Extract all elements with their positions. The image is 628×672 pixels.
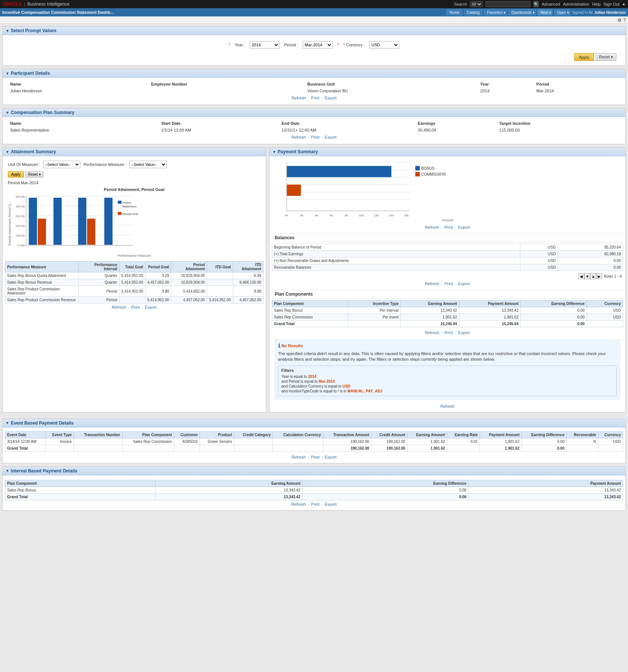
search-button[interactable]: 🔍 [533, 1, 539, 7]
search-scope-select[interactable]: All [470, 1, 483, 7]
no-results-refresh-link[interactable]: Refresh [440, 404, 455, 409]
plan-comp-links: Refresh - Print - Export [272, 329, 623, 336]
next-page-btn[interactable]: ▶ [596, 273, 602, 279]
top-nav-left: ORACLE | Business Intelligence [3, 1, 70, 7]
attainment-refresh-link[interactable]: Refresh [112, 305, 126, 309]
unit-measure-select[interactable]: --Select Value-- [43, 161, 80, 168]
event-based-title: Event Based Payment Details [11, 420, 74, 426]
col-year: Year [477, 81, 533, 87]
next-btn[interactable]: ▲ [590, 273, 596, 279]
attainment-filter-row: Unit Of Measure : --Select Value-- Perfo… [5, 158, 264, 170]
comp-export-link[interactable]: Export [324, 135, 336, 139]
attainment-header: ▼ Attainment Summary [3, 148, 266, 156]
toolbar-row: ⚙ ? [0, 16, 628, 24]
search-input[interactable] [486, 1, 530, 7]
plan-comp-export-link[interactable]: Export [458, 330, 470, 335]
attainment-export-link[interactable]: Export [145, 305, 157, 309]
participant-export-link[interactable]: Export [324, 96, 336, 100]
help-icon[interactable]: ? [623, 18, 626, 23]
collapse-icon-event[interactable]: ▼ [6, 421, 9, 425]
svg-rect-16 [87, 219, 95, 245]
home-button[interactable]: Home [446, 9, 462, 15]
catalog-button[interactable]: Catalog [464, 9, 483, 15]
plan-comp-print-link[interactable]: Print [444, 330, 453, 335]
compensation-plan-panel: ▼ Compensation Plan Summary Name Start D… [2, 108, 626, 144]
svg-text:400.0K: 400.0K [16, 205, 25, 208]
interval-export-link[interactable]: Export [324, 502, 336, 506]
prompt-actions: Apply Reset ▾ [7, 52, 621, 62]
comp-refresh-link[interactable]: Refresh [292, 135, 306, 139]
new-button[interactable]: New ▾ [538, 9, 552, 15]
prev-page-btn[interactable]: ◀ [578, 273, 584, 279]
participant-print-link[interactable]: Print [311, 96, 320, 100]
prompt-reset-button[interactable]: Reset ▾ [595, 53, 616, 61]
payment-chart-links: Refresh - Print - Export [272, 224, 623, 231]
balances-print-link[interactable]: Print [444, 281, 453, 286]
collapse-icon-participant[interactable]: ▼ [6, 71, 9, 75]
att-col-period-att: Period Attainment [171, 262, 207, 272]
event-export-link[interactable]: Export [324, 455, 336, 459]
period-select[interactable]: Mar-2014 [303, 41, 333, 49]
help-link[interactable]: Help [592, 2, 601, 6]
collapse-icon-interval[interactable]: ▼ [6, 469, 9, 473]
comp-col-earnings: Earnings [415, 120, 496, 127]
interval-refresh-link[interactable]: Refresh [292, 502, 306, 506]
balances-pagination: ◀ ▼ ▲ ▶ Rows 1 - 4 [272, 272, 623, 280]
prompt-apply-button[interactable]: Apply [574, 53, 594, 61]
svg-rect-20 [118, 201, 121, 204]
collapse-icon-attainment[interactable]: ▼ [6, 150, 9, 154]
payment-export-link[interactable]: Export [458, 225, 470, 229]
plan-comp-refresh-link[interactable]: Refresh [425, 330, 440, 335]
balances-export-link[interactable]: Export [458, 281, 470, 286]
year-select[interactable]: 2014 [250, 41, 280, 49]
balances-refresh-link[interactable]: Refresh [425, 281, 440, 286]
attainment-print-link[interactable]: Print [131, 305, 140, 309]
comp-start-date: 1/1/14 12:00 AM [158, 127, 278, 133]
participant-employee-number [148, 87, 304, 94]
payment-header: ▼ Payment Summary [270, 148, 625, 156]
perf-measure-select[interactable]: --Select Value-- [129, 161, 167, 168]
signout-link[interactable]: Sign Out [604, 2, 620, 6]
attainment-apply-button[interactable]: Apply [8, 171, 24, 178]
collapse-icon[interactable]: ▼ [6, 29, 9, 33]
col-name: Name [7, 81, 148, 87]
event-print-link[interactable]: Print [311, 455, 320, 459]
attainment-period: Period Mar-2014 [5, 180, 264, 186]
participant-refresh-link[interactable]: Refresh [292, 96, 306, 100]
open-button[interactable]: Open ▾ [554, 9, 570, 15]
comp-plan-row: Sales Representative 1/1/14 12:00 AM 12/… [7, 127, 621, 133]
svg-text:10K: 10K [359, 214, 364, 217]
settings-icon[interactable]: ⚙ [618, 18, 622, 23]
chart-y-label: Period Attainment, Period G... [8, 193, 12, 253]
event-refresh-link[interactable]: Refresh [292, 455, 306, 459]
participant-name: Julian Henderson [7, 87, 148, 94]
interval-row-1: Sales Rep Bonus 13,343.42 0.00 13,343.42 [5, 487, 623, 493]
prev-btn[interactable]: ▼ [584, 273, 590, 279]
comp-print-link[interactable]: Print [311, 135, 320, 139]
filters-box: Filters Year is equal to 2014 and Period… [278, 366, 617, 396]
svg-text:14K: 14K [389, 214, 394, 217]
att-col-itd-att: ITD Attainment [233, 262, 263, 272]
payment-x-label: Amount [272, 218, 623, 222]
balances-title: Balances [272, 234, 623, 242]
administration-link[interactable]: Administration [563, 2, 589, 6]
payment-title: Payment Summary [278, 149, 318, 154]
plan-components-section: Plan Components Plan Component Incentive… [272, 290, 623, 336]
collapse-icon-comp[interactable]: ▼ [6, 111, 9, 115]
attainment-reset-button[interactable]: Reset ▾ [25, 171, 43, 178]
participant-header: ▼ Participant Details [3, 69, 625, 78]
advanced-link[interactable]: Advanced [542, 2, 560, 6]
prompt-row: * Year : 2014 Period : Mar-2014 * * Curr… [7, 38, 621, 52]
dashboards-button[interactable]: Dashboards ▾ [508, 9, 536, 15]
payment-print-link[interactable]: Print [444, 225, 453, 229]
payment-body: 0K 2K 4K 6K 8K 10K 12K 14K 16K [270, 156, 625, 412]
favorites-button[interactable]: Favorites ▾ [484, 9, 507, 15]
currency-select[interactable]: USD [369, 41, 399, 49]
currency-required: * [337, 43, 339, 47]
attainment-chart-svg: 500.0K 400.0K 300.0K 200.0K 100.0K 0.00K [13, 193, 140, 253]
help-icon: ● [622, 2, 625, 6]
collapse-icon-payment[interactable]: ▼ [273, 150, 276, 154]
interval-print-link[interactable]: Print [311, 502, 320, 506]
interval-based-panel: ▼ Interval Based Payment Details Plan Co… [2, 466, 626, 511]
payment-refresh-link[interactable]: Refresh [425, 225, 440, 229]
